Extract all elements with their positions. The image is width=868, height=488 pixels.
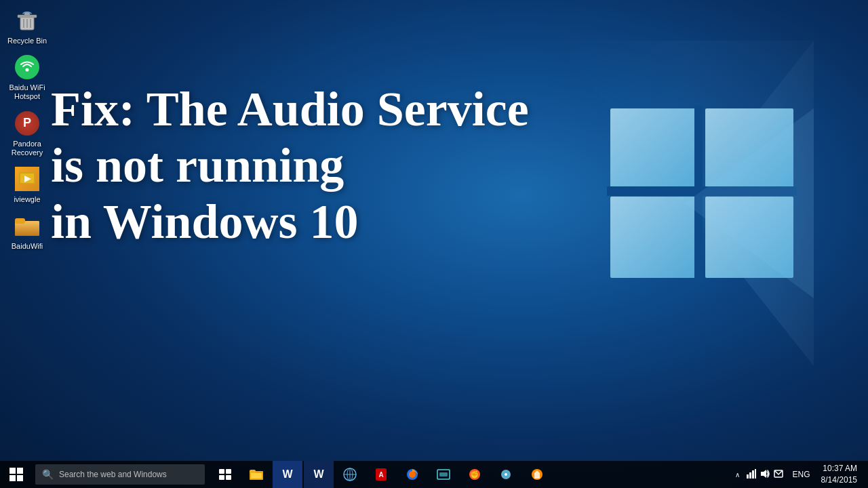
volume-tray-icon[interactable] [760, 469, 770, 481]
iviewgle-image [14, 165, 41, 192]
svg-rect-25 [17, 475, 23, 481]
svg-rect-29 [226, 475, 231, 480]
notification-area[interactable]: ∧ [735, 471, 740, 479]
network-button[interactable] [335, 461, 365, 488]
recycle-bin-image [14, 7, 41, 34]
clock[interactable]: 10:37 AM 8/14/2015 [816, 463, 863, 486]
app8-button[interactable] [429, 461, 458, 488]
svg-text:A: A [378, 471, 383, 479]
svg-rect-52 [755, 469, 756, 479]
baidu-wifi-folder-icon[interactable]: BaiduWifi [3, 208, 52, 255]
taskbar: 🔍 Search the web and Windows [0, 461, 868, 488]
baidu-wifi-hotspot-label: Baidu WiFi Hotspot [5, 83, 49, 101]
desktop: Fix: The Audio Service is not running in… [0, 0, 868, 488]
baidu-wifi-hotspot-icon[interactable]: Baidu WiFi Hotspot [3, 49, 52, 105]
iviewgle-label: iviewgle [14, 195, 40, 204]
firefox-button[interactable] [397, 461, 427, 488]
svg-rect-31 [250, 470, 256, 473]
tray-chevron[interactable]: ∧ [735, 471, 740, 479]
app11-button[interactable] [522, 461, 552, 488]
app9-button[interactable]: ✊ [460, 461, 490, 488]
desktop-icon-area: Recycle Bin Baidu WiFi Hotspot P Pandora [0, 0, 54, 255]
svg-rect-51 [752, 470, 754, 479]
svg-rect-23 [17, 468, 23, 474]
svg-rect-2 [610, 108, 698, 190]
app10-button[interactable] [491, 461, 521, 488]
search-placeholder: Search the web and Windows [59, 470, 167, 479]
notification-tray-icon[interactable] [774, 469, 783, 481]
recycle-bin-icon[interactable]: Recycle Bin [3, 3, 52, 49]
search-bar[interactable]: 🔍 Search the web and Windows [35, 464, 205, 485]
word-button-2[interactable]: W [304, 461, 334, 488]
clock-date: 8/14/2015 [821, 474, 857, 486]
iviewgle-icon[interactable]: iviewgle [3, 161, 52, 208]
baidu-wifi-folder-image [14, 212, 41, 239]
overlay-line1: Fix: The Audio Service [51, 81, 529, 138]
baidu-wifi-folder-label: BaiduWifi [12, 242, 43, 251]
svg-rect-24 [9, 475, 16, 481]
clock-time: 10:37 AM [821, 463, 857, 474]
svg-point-15 [26, 68, 29, 72]
search-icon: 🔍 [42, 469, 54, 480]
network-tray-icon[interactable] [747, 469, 756, 481]
recycle-bin-label: Recycle Bin [7, 37, 47, 45]
start-button[interactable] [0, 461, 33, 488]
svg-rect-32 [251, 473, 262, 479]
svg-rect-50 [749, 472, 751, 479]
svg-rect-49 [747, 474, 749, 479]
svg-rect-26 [219, 469, 224, 474]
system-icons [743, 469, 787, 481]
taskbar-right: ∧ [735, 461, 868, 488]
svg-rect-28 [219, 475, 224, 480]
word-button-1[interactable]: W [273, 461, 302, 488]
taskbar-apps: W W A [210, 461, 552, 488]
overlay-text: Fix: The Audio Service is not running in… [51, 81, 529, 249]
overlay-line3: in Windows 10 [51, 194, 529, 250]
svg-rect-42 [439, 472, 448, 476]
svg-text:✊: ✊ [470, 470, 479, 479]
language-indicator[interactable]: ENG [790, 470, 813, 479]
pandora-image: P [14, 110, 41, 137]
pandora-recovery-label: Pandora Recovery [5, 140, 49, 157]
pandora-recovery-icon[interactable]: P Pandora Recovery [3, 106, 52, 161]
file-explorer-button[interactable] [241, 461, 271, 488]
baidu-wifi-image [14, 54, 41, 81]
svg-point-40 [409, 471, 416, 478]
svg-marker-53 [761, 470, 766, 478]
svg-point-47 [505, 473, 507, 476]
svg-rect-22 [9, 468, 16, 474]
svg-rect-27 [226, 469, 231, 474]
svg-rect-21 [15, 218, 25, 224]
svg-rect-4 [610, 197, 698, 278]
acrobat-button[interactable]: A [366, 461, 396, 488]
task-view-button[interactable] [210, 461, 240, 488]
overlay-line2: is not running [51, 138, 529, 194]
windows-logo [556, 41, 814, 366]
